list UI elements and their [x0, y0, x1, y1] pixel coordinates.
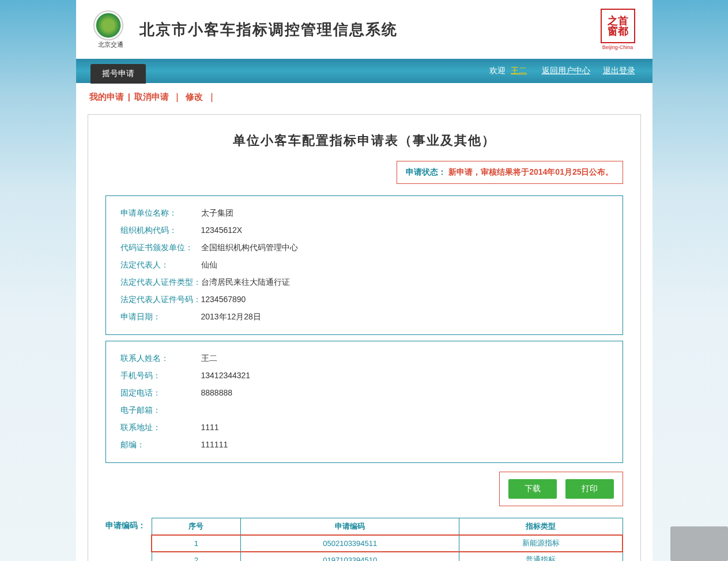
seal-badge: 之 首 窗 都 Beijing-China [601, 9, 635, 50]
legal-rep-value: 仙仙 [201, 260, 217, 270]
org-code-value: 12345612X [201, 225, 243, 236]
mobile-label: 手机号码： [120, 371, 201, 381]
apply-date-value: 2013年12月28日 [201, 312, 261, 322]
email-label: 电子邮箱： [120, 405, 201, 416]
system-title: 北京市小客车指标调控管理信息系统 [139, 20, 398, 40]
col-type: 指标类型 [459, 518, 623, 535]
contact-info-section: 联系人姓名：王二 手机号码：13412344321 固定电话：8888888 电… [105, 341, 623, 463]
legal-id-no-label: 法定代表人证件号码： [120, 295, 201, 305]
org-info-section: 申请单位名称：太子集团 组织机构代码：12345612X 代码证书颁发单位：全国… [105, 195, 623, 335]
apply-date-label: 申请日期： [120, 312, 201, 322]
scrollbar-thumb[interactable] [670, 526, 728, 561]
zip-value: 111111 [201, 440, 228, 450]
col-code: 申请编码 [241, 518, 459, 535]
return-user-center-link[interactable]: 返回用户中心 [542, 66, 590, 75]
username-link[interactable]: 王二 [511, 66, 527, 75]
modify-link[interactable]: 修改 [186, 92, 203, 101]
logo-icon [93, 10, 123, 40]
logout-link[interactable]: 退出登录 [603, 66, 635, 75]
org-code-label: 组织机构代码： [120, 225, 201, 236]
table-row: 1 0502103394511 新能源指标 [152, 535, 623, 552]
application-code-section: 申请编码： 序号 申请编码 指标类型 1 0502103394511 新能源指标 [105, 518, 623, 561]
contact-name-label: 联系人姓名： [120, 353, 201, 364]
download-button[interactable]: 下载 [508, 479, 557, 499]
logo: 北京交通 [93, 10, 128, 49]
phone-label: 固定电话： [120, 388, 201, 398]
address-value: 1111 [201, 423, 219, 433]
org-name-label: 申请单位名称： [120, 208, 201, 219]
print-button[interactable]: 打印 [565, 479, 614, 499]
code-table: 序号 申请编码 指标类型 1 0502103394511 新能源指标 2 019… [152, 518, 623, 561]
mobile-value: 13412344321 [201, 371, 251, 381]
org-name-value: 太子集团 [201, 208, 233, 219]
welcome-text: 欢迎 [489, 66, 506, 75]
tab-lottery-apply[interactable]: 摇号申请 [90, 64, 146, 84]
address-label: 联系地址： [120, 423, 201, 433]
cancel-application-link[interactable]: 取消申请 [134, 92, 169, 101]
issuer-label: 代码证书颁发单位： [120, 243, 201, 253]
status-value: 新申请，审核结果将于2014年01月25日公布。 [448, 167, 613, 176]
sub-nav: 我的申请 | 取消申请 ｜ 修改 ｜ [76, 83, 652, 111]
zip-label: 邮编： [120, 440, 201, 450]
action-buttons-box: 下载 打印 [499, 472, 623, 506]
legal-id-type-label: 法定代表人证件类型： [120, 277, 201, 288]
logo-caption: 北京交通 [98, 40, 123, 49]
status-label: 申请状态： [406, 167, 446, 176]
table-row: 2 0197103394510 普通指标 [152, 552, 623, 562]
form-title: 单位小客车配置指标申请表（事业及其他） [105, 132, 623, 149]
legal-rep-label: 法定代表人： [120, 260, 201, 270]
nav-bar: 摇号申请 欢迎 王二 返回用户中心 退出登录 [76, 59, 652, 83]
my-application-link[interactable]: 我的申请 [89, 92, 124, 101]
contact-name-value: 王二 [201, 353, 217, 364]
issuer-value: 全国组织机构代码管理中心 [201, 243, 298, 253]
application-status-box: 申请状态： 新申请，审核结果将于2014年01月25日公布。 [397, 161, 623, 184]
content-panel: 单位小客车配置指标申请表（事业及其他） 申请状态： 新申请，审核结果将于2014… [88, 114, 641, 561]
legal-id-type-value: 台湾居民来往大陆通行证 [201, 277, 290, 288]
phone-value: 8888888 [201, 388, 233, 398]
site-header: 北京交通 北京市小客车指标调控管理信息系统 之 首 窗 都 Beijing-Ch… [76, 0, 652, 59]
col-seq: 序号 [152, 518, 241, 535]
code-section-label: 申请编码： [105, 518, 146, 531]
legal-id-no-value: 1234567890 [201, 295, 246, 305]
